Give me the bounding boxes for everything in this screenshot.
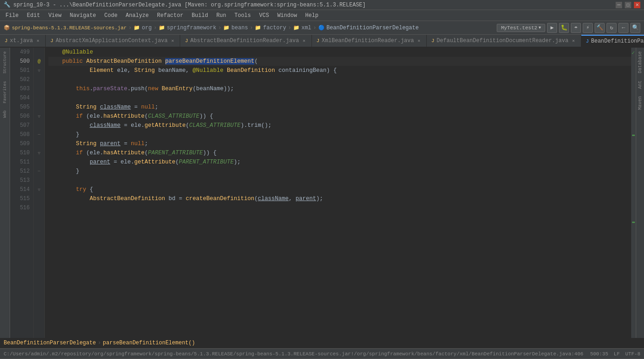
- tab-xt-java[interactable]: J xt.java ✕: [0, 35, 46, 47]
- tab-close-icon[interactable]: ✕: [571, 38, 576, 44]
- search-button[interactable]: 🔍: [630, 23, 640, 33]
- line-num-500: 500: [14, 57, 30, 66]
- gutter-500: @: [34, 57, 44, 66]
- scroll-indicator[interactable]: ✓: [631, 48, 636, 338]
- fold-down-icon: ▽: [38, 114, 40, 119]
- line-num-501: 501: [14, 66, 30, 75]
- sidebar-icon-web[interactable]: Web: [2, 109, 8, 120]
- menu-item-analyze[interactable]: Analyze: [122, 11, 152, 20]
- bottom-bc-method[interactable]: parseBeanDefinitionElement(): [103, 340, 195, 346]
- tab-label: AbstractBeanDefinitionReader.java: [190, 38, 299, 44]
- line-num-505: 505: [14, 103, 30, 112]
- fold-512[interactable]: —: [34, 167, 44, 176]
- code-line-509: String parent = null;: [48, 139, 631, 148]
- java-icon: J: [5, 38, 8, 44]
- code-editor[interactable]: 499 500 501 502 503 504 505 506 507 508 …: [10, 48, 636, 338]
- status-bar: C:/Users/admin/.m2/repository/org/spring…: [0, 348, 644, 359]
- sidebar-icon-structure[interactable]: Structure: [2, 49, 8, 76]
- breadcrumb-class[interactable]: BeanDefinitionParserDelegate: [327, 25, 419, 31]
- menu-item-window[interactable]: Window: [274, 11, 301, 20]
- code-line-500: public AbstractBeanDefinition parseBeanD…: [48, 57, 631, 66]
- breadcrumb-xml[interactable]: xml: [301, 25, 311, 31]
- menu-item-run[interactable]: Run: [213, 11, 230, 20]
- gutter-509: [34, 139, 44, 148]
- line-col-indicator[interactable]: 500:35: [590, 351, 608, 357]
- ant-panel-label[interactable]: Ant: [636, 77, 644, 92]
- tab-xml-bean-def-reader[interactable]: J XmlBeanDefinitionReader.java ✕: [312, 35, 427, 47]
- at-icon: @: [38, 59, 41, 64]
- java-icon: J: [586, 38, 589, 44]
- code-content[interactable]: @Nullable public AbstractBeanDefinition …: [45, 48, 631, 338]
- menu-item-refactor[interactable]: Refactor: [153, 11, 187, 20]
- fold-508[interactable]: —: [34, 130, 44, 139]
- menu-item-tools[interactable]: Tools: [231, 11, 255, 20]
- breadcrumb-factory[interactable]: factory: [263, 25, 286, 31]
- menu-item-edit[interactable]: Edit: [23, 11, 44, 20]
- tab-label: XmlBeanDefinitionReader.java: [322, 38, 414, 44]
- menu-item-build[interactable]: Build: [188, 11, 212, 20]
- line-num-503: 503: [14, 84, 30, 93]
- menu-item-view[interactable]: View: [45, 11, 65, 20]
- build-button[interactable]: 🔨: [595, 23, 605, 33]
- fold-down-icon: ▽: [38, 68, 40, 73]
- chevron-down-icon: ▼: [539, 26, 541, 30]
- tab-bean-def-parser-delegate[interactable]: J BeanDefinitionParserDelegate.java ✕: [581, 35, 644, 47]
- menu-item-file[interactable]: File: [2, 11, 22, 20]
- maximize-button[interactable]: □: [625, 2, 631, 8]
- tab-abstract-xml[interactable]: J AbstractXmlApplicationContext.java ✕: [46, 35, 180, 47]
- breadcrumb-springframework[interactable]: springframework: [167, 25, 216, 31]
- left-sidebar: Structure Favorites Web: [0, 48, 10, 338]
- fold-icon: —: [38, 132, 40, 137]
- code-line-513: [48, 176, 631, 185]
- line-num-511: 511: [14, 158, 30, 167]
- close-button[interactable]: ✕: [634, 2, 640, 8]
- fold-514[interactable]: ▽: [34, 185, 44, 194]
- gutter-511: [34, 158, 44, 167]
- run-config-selector[interactable]: MyTest.test2 ▼: [497, 24, 545, 32]
- tab-default-bean-def-doc-reader[interactable]: J DefaultBeanDefinitionDocumentReader.ja…: [427, 35, 581, 47]
- profile-button[interactable]: ⚡: [583, 23, 593, 33]
- fold-down-icon: ▽: [38, 151, 40, 156]
- check-icon: ✓: [632, 49, 635, 56]
- encoding-indicator[interactable]: UTF-8: [625, 351, 640, 357]
- tab-close-icon[interactable]: ✕: [35, 38, 41, 44]
- sync-button[interactable]: ↻: [606, 23, 617, 33]
- run-config-label: MyTest.test2: [501, 25, 537, 31]
- coverage-button[interactable]: ☂: [571, 23, 581, 33]
- folder-icon-beans: 📁: [223, 25, 230, 31]
- line-num-508: 508: [14, 130, 30, 139]
- editor-container: Structure Favorites Web 499 500 501 502 …: [0, 48, 644, 338]
- tab-abstract-bean-def-reader[interactable]: J AbstractBeanDefinitionReader.java ✕: [180, 35, 311, 47]
- breadcrumb-jar[interactable]: spring-beans-5.1.3.RELEASE-sources.jar: [12, 25, 127, 31]
- sidebar-icon-favorites[interactable]: Favorites: [2, 79, 8, 105]
- folder-icon-factory: 📁: [255, 25, 261, 31]
- run-button[interactable]: ▶: [547, 23, 557, 33]
- bottom-breadcrumb: BeanDefinitionParserDelegate › parseBean…: [0, 338, 644, 348]
- database-panel-label[interactable]: Database: [636, 48, 644, 77]
- menu-item-code[interactable]: Code: [101, 11, 121, 20]
- breadcrumb-org[interactable]: org: [142, 25, 152, 31]
- line-num-504: 504: [14, 93, 30, 103]
- debug-button[interactable]: 🐛: [559, 23, 569, 33]
- menu-item-vcs[interactable]: VCS: [256, 11, 273, 20]
- line-num-506: 506: [14, 112, 30, 121]
- back-button[interactable]: ←: [618, 23, 628, 33]
- fold-down-icon: ▽: [38, 187, 40, 192]
- tab-close-icon[interactable]: ✕: [416, 38, 422, 44]
- tab-close-icon[interactable]: ✕: [170, 38, 175, 44]
- fold-510[interactable]: ▽: [34, 148, 44, 158]
- menu-item-help[interactable]: Help: [301, 11, 322, 20]
- code-line-506: if (ele.hasAttribute(CLASS_ATTRIBUTE)) {: [48, 112, 631, 121]
- title-text: spring_10-3 - ...\BeanDefinitionParserDe…: [13, 2, 366, 8]
- line-ending-indicator[interactable]: LF: [614, 351, 620, 357]
- minimize-button[interactable]: ─: [616, 2, 622, 8]
- maven-panel-label[interactable]: Maven: [636, 92, 644, 114]
- tab-close-icon[interactable]: ✕: [301, 38, 307, 44]
- breadcrumb-beans[interactable]: beans: [231, 25, 248, 31]
- code-line-511: parent = ele.getAttribute(PARENT_ATTRIBU…: [48, 158, 631, 167]
- fold-501[interactable]: ▽: [34, 66, 44, 75]
- bottom-bc-class[interactable]: BeanDefinitionParserDelegate: [4, 340, 96, 346]
- menu-item-navigate[interactable]: Navigate: [66, 11, 100, 20]
- fold-506[interactable]: ▽: [34, 112, 44, 121]
- gutter-499: [34, 48, 44, 57]
